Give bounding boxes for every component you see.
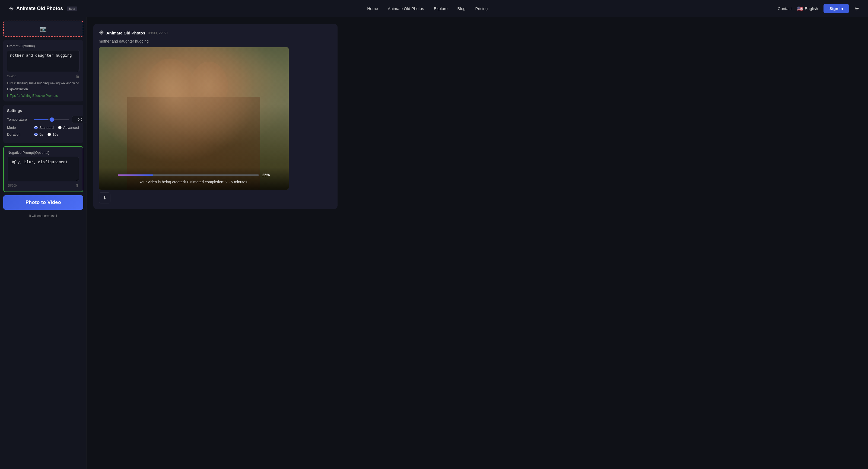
- logo-area: ✳ Animate Old Photos Beta: [9, 5, 77, 12]
- negative-prompt-input[interactable]: [8, 157, 79, 181]
- sign-in-button[interactable]: Sign In: [824, 4, 849, 13]
- settings-card: Settings Temperature 0.5 Mode Standard A…: [3, 105, 83, 143]
- duration-5s-label: 5s: [39, 132, 43, 136]
- nav-explore[interactable]: Explore: [434, 6, 448, 11]
- prompt-char-count-row: 27/400 🗑: [7, 74, 80, 79]
- temperature-label: Temperature: [7, 118, 31, 122]
- duration-radio-group: 5s 10s: [34, 132, 58, 136]
- negative-prompt-char-count-row: 25/200 🗑: [8, 183, 79, 188]
- upload-icon: 📷: [40, 26, 47, 32]
- main-nav: Home Animate Old Photos Explore Blog Pri…: [367, 6, 488, 11]
- mode-radio-group: Standard Advanced: [34, 126, 79, 130]
- logo-icon: ✳: [9, 5, 13, 12]
- mode-standard-option[interactable]: Standard: [34, 126, 54, 130]
- nav-blog[interactable]: Blog: [458, 6, 466, 11]
- hint-smile[interactable]: smile: [29, 82, 36, 85]
- negative-prompt-delete-icon[interactable]: 🗑: [75, 183, 79, 188]
- chat-timestamp: 09/03, 22:50: [148, 31, 167, 35]
- header-right: Contact 🇺🇸 English Sign In ☀: [778, 4, 859, 13]
- content-area: ✳ Animate Old Photos 09/03, 22:50 mother…: [87, 18, 868, 469]
- temperature-value: 0.5: [72, 116, 87, 123]
- nav-pricing[interactable]: Pricing: [475, 6, 488, 11]
- language-selector[interactable]: 🇺🇸 English: [797, 6, 818, 12]
- main-layout: 📷 Prompt (Optional) 27/400 🗑 Hints: Kiss…: [0, 18, 868, 469]
- mode-advanced-label: Advanced: [63, 126, 79, 130]
- duration-label: Duration: [7, 132, 31, 136]
- duration-row: Duration 5s 10s: [7, 132, 80, 136]
- logo-text: Animate Old Photos: [16, 6, 63, 11]
- image-upload-area[interactable]: 📷: [3, 21, 83, 37]
- prompt-input[interactable]: [7, 50, 80, 72]
- progress-percent: 25%: [262, 173, 270, 177]
- mode-label: Mode: [7, 126, 31, 130]
- negative-prompt-char-count: 25/200: [8, 184, 17, 187]
- hint-waving[interactable]: waving: [50, 82, 60, 85]
- flag-icon: 🇺🇸: [797, 6, 803, 12]
- duration-10s-radio[interactable]: [48, 133, 51, 136]
- duration-5s-radio[interactable]: [34, 133, 38, 136]
- negative-prompt-section: Negative Prompt(Optional) 25/200 🗑: [3, 146, 83, 192]
- prompt-section: Prompt (Optional) 27/400 🗑 Hints: Kissin…: [3, 40, 83, 101]
- progress-message: Your video is being created! Estimated c…: [139, 180, 249, 184]
- prompt-delete-icon[interactable]: 🗑: [76, 74, 80, 79]
- temperature-slider[interactable]: [34, 119, 69, 120]
- language-label: English: [805, 6, 818, 11]
- progress-bar-track: [118, 175, 259, 176]
- hint-hugging[interactable]: hugging: [37, 82, 49, 85]
- hint-kissing[interactable]: Kissing: [17, 82, 28, 85]
- duration-10s-option[interactable]: 10s: [48, 132, 58, 136]
- progress-overlay: 25% Your video is being created! Estimat…: [99, 167, 289, 190]
- header: ✳ Animate Old Photos Beta Home Animate O…: [0, 0, 868, 18]
- mode-row: Mode Standard Advanced: [7, 126, 80, 130]
- temperature-row: Temperature 0.5: [7, 116, 80, 123]
- mode-advanced-radio[interactable]: [58, 126, 62, 129]
- tips-link-label: Tips for Writing Effective Prompts: [10, 94, 58, 98]
- prompt-char-count: 27/400: [7, 74, 16, 78]
- chat-app-icon: ✳: [99, 29, 104, 36]
- chat-prompt-text: mother and daughter hugging: [99, 39, 332, 43]
- chat-card: ✳ Animate Old Photos 09/03, 22:50 mother…: [93, 24, 338, 209]
- hints-row: Hints: Kissing smile hugging waving walk…: [7, 81, 80, 92]
- theme-toggle-button[interactable]: ☀: [855, 5, 859, 12]
- video-preview: 25% Your video is being created! Estimat…: [99, 47, 289, 190]
- tips-link[interactable]: ℹ Tips for Writing Effective Prompts: [7, 94, 80, 98]
- info-icon: ℹ: [7, 94, 8, 98]
- download-button[interactable]: ⬇: [99, 192, 111, 204]
- hints-label: Hints:: [7, 82, 16, 85]
- settings-title: Settings: [7, 108, 80, 113]
- hint-wind[interactable]: wind: [72, 82, 79, 85]
- contact-link[interactable]: Contact: [778, 6, 792, 11]
- chat-app-name: Animate Old Photos: [106, 31, 145, 35]
- mode-advanced-option[interactable]: Advanced: [58, 126, 79, 130]
- mode-standard-radio[interactable]: [34, 126, 38, 129]
- negative-prompt-label: Negative Prompt(Optional): [8, 151, 79, 155]
- nav-home[interactable]: Home: [367, 6, 378, 11]
- download-icon: ⬇: [103, 195, 106, 200]
- prompt-label: Prompt (Optional): [7, 44, 80, 48]
- generate-button[interactable]: Photo to Video: [3, 195, 83, 210]
- chat-header: ✳ Animate Old Photos 09/03, 22:50: [99, 29, 332, 36]
- sidebar: 📷 Prompt (Optional) 27/400 🗑 Hints: Kiss…: [0, 18, 87, 469]
- progress-bar-fill: [118, 175, 153, 176]
- credits-note: It will cost credits: 1: [3, 214, 83, 218]
- duration-5s-option[interactable]: 5s: [34, 132, 43, 136]
- mode-standard-label: Standard: [39, 126, 54, 130]
- nav-animate[interactable]: Animate Old Photos: [388, 6, 424, 11]
- beta-badge: Beta: [67, 6, 77, 11]
- hint-walking[interactable]: walking: [61, 82, 72, 85]
- progress-bar-container: 25%: [118, 173, 270, 177]
- hint-high-definition[interactable]: High-definition: [7, 87, 28, 91]
- duration-10s-label: 10s: [53, 132, 58, 136]
